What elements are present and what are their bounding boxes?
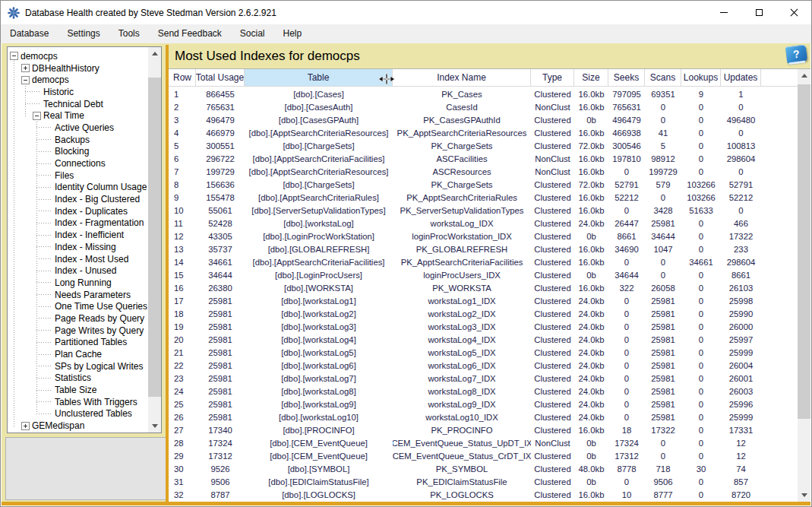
tree-item-identity-column-usage[interactable]: Identity Column Usage <box>8 182 148 194</box>
table-row[interactable]: 3496479[dbo].[CasesGPAuth]PK_CasesGPAuth… <box>169 113 798 126</box>
table-row[interactable]: 2625981[dbo].[workstaLog10]workstaLog10_… <box>169 410 798 423</box>
table-row[interactable]: 2717340[dbo].[PROCINFO]PK_PROCINFOCluste… <box>169 423 798 436</box>
menu-item-send-feedback[interactable]: Send Feedback <box>149 24 231 43</box>
table-row[interactable]: 7199729[dbo].[ApptSearchCriteriaResource… <box>169 165 798 178</box>
table-row[interactable]: 1335737[dbo].[GLOBALREFRESH]PK_GLOBALREF… <box>169 242 798 255</box>
minus-expander-icon[interactable] <box>21 76 30 84</box>
table-row[interactable]: 1725981[dbo].[workstaLog1]workstaLog1_ID… <box>169 294 798 307</box>
scroll-down-arrow[interactable] <box>798 489 810 502</box>
table-row[interactable]: 319506[dbo].[EDIClaimStatusFile]PK_EDICl… <box>169 475 798 488</box>
column-header-lookups[interactable]: Lookups <box>681 69 721 87</box>
tree-item-historic[interactable]: Historic <box>8 86 148 98</box>
tree-item-real-time[interactable]: Real Time <box>8 109 148 122</box>
scroll-up-arrow[interactable] <box>148 47 161 60</box>
cell: NonClust <box>531 152 574 165</box>
help-book-icon[interactable]: ? <box>785 44 807 63</box>
tree-item-index-most-used[interactable]: Index - Most Used <box>8 253 148 265</box>
column-header-table[interactable]: Table <box>245 69 393 87</box>
maximize-button[interactable] <box>741 1 776 24</box>
tree-item-index-inefficient[interactable]: Index - Inefficient <box>8 229 148 241</box>
tree-item-dbhealthhistory[interactable]: DBHealthHistory <box>8 62 148 74</box>
tree-item-active-queries[interactable]: Active Queries <box>8 122 148 134</box>
tree-item-page-reads-by-query[interactable]: Page Reads by Query <box>8 312 148 325</box>
menu-item-help[interactable]: Help <box>274 24 311 43</box>
table-row[interactable]: 1626380[dbo].[WORKSTA]PK_WORKSTAClustere… <box>169 281 798 294</box>
tree-item-index-fragmentation[interactable]: Index - Fragmentation <box>8 217 148 230</box>
tree-item-democps[interactable]: democps <box>8 50 148 62</box>
table-row[interactable]: 2025981[dbo].[workstaLog4]workstaLog4_ID… <box>169 333 798 346</box>
menu-item-settings[interactable]: Settings <box>58 24 109 43</box>
table-row[interactable]: 309526[dbo].[SYMBOL]PK_SYMBOLClustered48… <box>169 462 798 475</box>
table-row[interactable]: 1866455[dbo].[Cases]PK_CasesClustered16.… <box>169 87 798 100</box>
table-row[interactable]: 1534644[dbo].[LoginProcUsers]loginProcUs… <box>169 268 798 281</box>
table-row[interactable]: 9155478[dbo].[ApptSearchCriteriaRules]PK… <box>169 191 798 204</box>
table-row[interactable]: 2425981[dbo].[workstaLog8]workstaLog8_ID… <box>169 385 798 398</box>
column-header-row[interactable]: Row <box>169 69 196 87</box>
table-row[interactable]: 2525981[dbo].[workstaLog9]workstaLog9_ID… <box>169 398 798 410</box>
tree-item-table-size[interactable]: Table Size <box>8 384 148 396</box>
close-button[interactable] <box>776 1 811 24</box>
table-row[interactable]: 1825981[dbo].[workstaLog2]workstaLog2_ID… <box>169 307 798 320</box>
table-scrollbar[interactable] <box>798 69 810 502</box>
table-row[interactable]: 6296722[dbo].[ApptSearchCriteriaFaciliti… <box>169 152 798 165</box>
column-header-seeks[interactable]: Seeks <box>608 69 645 87</box>
tree-item-index-big-clustered[interactable]: Index - Big Clustered <box>8 193 148 205</box>
cell: 0b <box>574 436 608 449</box>
table-row[interactable]: 2125981[dbo].[workstaLog5]workstaLog5_ID… <box>169 346 798 359</box>
tree-item-democps[interactable]: democps <box>8 74 148 86</box>
table-scrollbar-thumb[interactable] <box>798 84 810 419</box>
plus-expander-icon[interactable] <box>21 64 30 72</box>
table-row[interactable]: 1152428[dbo].[workstaLog]workstaLog_IDXC… <box>169 217 798 230</box>
minus-expander-icon[interactable] <box>10 52 18 60</box>
tree-item-backups[interactable]: Backups <box>8 134 148 146</box>
column-header-size[interactable]: Size <box>574 69 608 87</box>
tree-item-connections[interactable]: Connections <box>8 157 148 170</box>
tree-item-gemedispan[interactable]: GEMedispan <box>8 420 148 432</box>
table-row[interactable]: 4466979[dbo].[ApptSearchCriteriaResource… <box>169 126 798 139</box>
tree-item-label: Index - Fragmentation <box>55 217 144 228</box>
table-row[interactable]: 2917312[dbo].[CEM_EventQueue]CEM_EventQu… <box>169 449 798 462</box>
table-row[interactable]: 1243305[dbo].[LoginProcWorkStation]login… <box>169 230 798 242</box>
minimize-button[interactable] <box>706 1 741 24</box>
tree-item-blocking[interactable]: Blocking <box>8 146 148 158</box>
table-row[interactable]: 1055061[dbo].[ServerSetupValidationTypes… <box>169 204 798 217</box>
table-row[interactable]: 2817324[dbo].[CEM_EventQueue]CEM_EventQu… <box>169 436 798 449</box>
tree-item-one-time-use-queries[interactable]: One Time Use Queries <box>8 300 148 312</box>
menu-item-tools[interactable]: Tools <box>109 24 149 43</box>
table-row[interactable]: 1925981[dbo].[workstaLog3]workstaLog3_ID… <box>169 320 798 333</box>
table-row[interactable]: 1434661[dbo].[ApptSearchCriteriaFaciliti… <box>169 255 798 268</box>
table-row[interactable]: 2225981[dbo].[workstaLog6]workstaLog6_ID… <box>169 359 798 372</box>
tree-scrollbar-thumb[interactable] <box>148 78 161 397</box>
tree-item-index-missing[interactable]: Index - Missing <box>8 241 148 253</box>
column-header-type[interactable]: Type <box>531 69 574 87</box>
tree-item-long-running[interactable]: Long Running <box>8 277 148 289</box>
tree-item-statistics[interactable]: Statistics <box>8 372 148 385</box>
column-header-index-name[interactable]: Index Name <box>393 69 531 87</box>
scroll-down-arrow[interactable] <box>148 420 161 433</box>
scroll-up-arrow[interactable] <box>798 69 810 82</box>
plus-expander-icon[interactable] <box>21 422 30 430</box>
table-row[interactable]: 5300551[dbo].[ChargeSets]PK_ChargeSetsCl… <box>169 139 798 152</box>
tree-item-needs-parameters[interactable]: Needs Parameters <box>8 289 148 301</box>
tree-item-partitioned-tables[interactable]: Partitioned Tables <box>8 337 148 349</box>
table-row[interactable]: 328787[dbo].[LOGLOCKS]PK_LOGLOCKSCluster… <box>169 488 798 501</box>
tree-item-files[interactable]: Files <box>8 170 148 182</box>
tree-item-sps-by-logical-writes[interactable]: SPs by Logical Writes <box>8 360 148 372</box>
tree-item-plan-cache[interactable]: Plan Cache <box>8 348 148 360</box>
tree-scrollbar[interactable] <box>148 47 161 433</box>
tree-item-index-unused[interactable]: Index - Unused <box>8 265 148 277</box>
tree-item-tables-with-triggers[interactable]: Tables With Triggers <box>8 396 148 408</box>
minus-expander-icon[interactable] <box>33 112 41 120</box>
table-row[interactable]: 2765631[dbo].[CasesAuth]CasesIdNonClust1… <box>169 100 798 113</box>
table-row[interactable]: 8156636[dbo].[ChargeSets]PK_ChargeSetsCl… <box>169 178 798 191</box>
column-header-scans[interactable]: Scans <box>645 69 681 87</box>
tree-item-index-duplicates[interactable]: Index - Duplicates <box>8 205 148 217</box>
menu-item-database[interactable]: Database <box>1 24 58 43</box>
tree-item-unclustered-tables[interactable]: Unclustered Tables <box>8 408 148 420</box>
column-header-updates[interactable]: Updates <box>721 69 761 87</box>
tree-item-technical-debt[interactable]: Technical Debt <box>8 98 148 110</box>
column-header-total-usage[interactable]: Total Usage <box>196 69 245 87</box>
menu-item-social[interactable]: Social <box>231 24 274 43</box>
tree-item-page-writes-by-query[interactable]: Page Writes by Query <box>8 325 148 337</box>
table-row[interactable]: 2325981[dbo].[workstaLog7]workstaLog7_ID… <box>169 372 798 385</box>
